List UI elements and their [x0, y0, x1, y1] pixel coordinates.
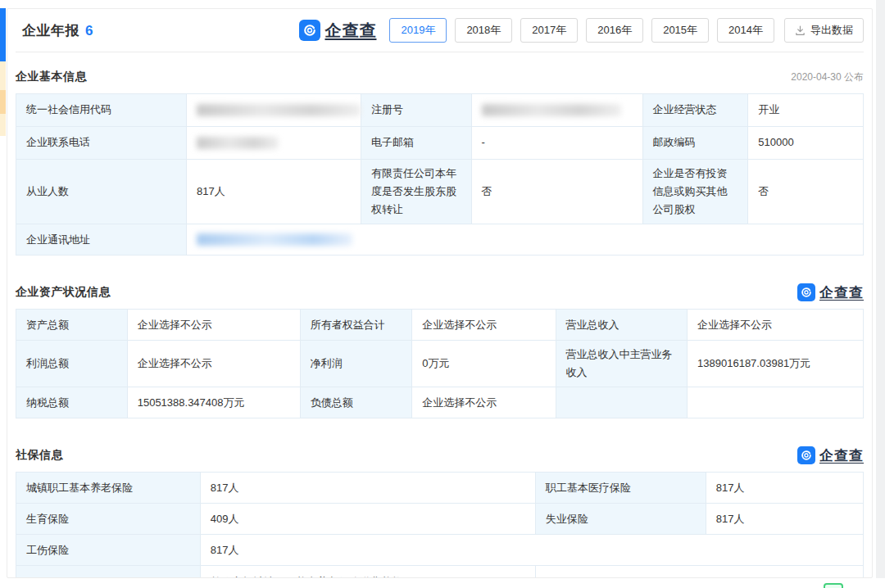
field-label: 所有者权益合计	[300, 310, 412, 341]
field-label: 职工基本医疗保险	[535, 473, 706, 504]
field-value	[688, 387, 864, 418]
field-label: 纳税总额	[16, 387, 128, 418]
field-value: 510000	[748, 127, 864, 160]
field-label: 利润总额	[16, 341, 128, 387]
field-label: 企业联系电话	[16, 127, 187, 160]
field-label: 电子邮箱	[361, 127, 471, 160]
field-label: 营业总收入中主营业务收入	[556, 341, 687, 387]
page-title: 企业年报6	[16, 21, 93, 40]
field-value: 企业选择不公示	[412, 387, 556, 418]
year-tab-2015[interactable]: 2015年	[651, 18, 709, 43]
field-value	[186, 94, 361, 127]
field-label: 净利润	[300, 341, 412, 387]
table-row: 城镇职工基本养老保险817人职工基本医疗保险817人	[16, 473, 864, 504]
field-value	[471, 94, 642, 127]
assets-table: 资产总额企业选择不公示所有者权益合计企业选择不公示营业总收入企业选择不公示利润总…	[16, 309, 864, 418]
basic-info-table: 统一社会信用代码注册号企业经营状态开业企业联系电话电子邮箱-邮政编码510000…	[16, 93, 864, 256]
qichacha-logo-icon	[797, 446, 815, 464]
year-tabs: 2019年2018年2017年2016年2015年2014年	[389, 18, 774, 43]
year-tab-2018[interactable]: 2018年	[455, 18, 512, 43]
publish-date: 2020-04-30 公布	[791, 70, 864, 84]
field-value: 409人	[200, 504, 535, 535]
section-assets: 企业资产状况信息 企查查 资产总额企业选择不公示所有者权益合计企业选择不公示营业…	[16, 283, 864, 418]
field-label: 企业经营状态	[642, 94, 748, 127]
field-value: 企业选择不公示	[127, 341, 300, 387]
left-edge-accent-cream	[0, 114, 6, 136]
redacted-value	[197, 104, 361, 116]
field-value: 15051388.347408万元	[127, 387, 300, 418]
field-label: 城镇职工基本养老保险	[16, 473, 201, 504]
scrollbar[interactable]	[876, 0, 885, 578]
section-title: 社保信息	[16, 448, 63, 463]
field-value: 单位参加城镇职工基本养老保险缴费基数	[200, 566, 535, 578]
field-label: 营业总收入	[556, 310, 687, 341]
left-edge-accent-blue	[0, 8, 6, 61]
left-edge-accent-orange	[0, 90, 6, 114]
field-label: 企业是否有投资信息或购买其他公司股权	[642, 160, 748, 224]
field-value: 企业选择不公示	[688, 310, 864, 341]
field-value	[186, 127, 361, 160]
field-value: -	[471, 127, 642, 160]
field-value: 817人	[200, 473, 535, 504]
table-row: 生育保险409人失业保险817人	[16, 504, 864, 535]
annual-report-card: 企业年报6 企查查 2019年2018年2017年2016年2015年2014年…	[7, 8, 873, 578]
table-row: 从业人数817人有限责任公司本年度是否发生股东股权转让否企业是否有投资信息或购买…	[16, 160, 864, 224]
field-value: 1389016187.03981万元	[688, 341, 864, 387]
year-tab-2017[interactable]: 2017年	[520, 18, 578, 43]
field-label	[16, 566, 201, 578]
floating-widget[interactable]	[824, 583, 843, 588]
qichacha-logo-icon	[797, 283, 815, 301]
field-label: 注册号	[361, 94, 471, 127]
field-label: 统一社会信用代码	[16, 94, 187, 127]
redacted-value	[197, 233, 352, 246]
field-label: 生育保险	[16, 504, 201, 535]
field-label: 资产总额	[16, 310, 128, 341]
download-icon	[795, 25, 806, 36]
report-header: 企业年报6 企查查 2019年2018年2017年2016年2015年2014年…	[16, 9, 864, 52]
qichacha-watermark: 企查查	[797, 446, 864, 465]
year-tab-2014[interactable]: 2014年	[717, 18, 774, 43]
year-tab-2016[interactable]: 2016年	[586, 18, 643, 43]
field-value: 企业选择不公示	[412, 310, 556, 341]
field-value: 13593.64万元	[535, 566, 863, 578]
table-row: 企业通讯地址	[16, 224, 864, 256]
left-edge-accent-cream	[0, 61, 6, 90]
table-row: 利润总额企业选择不公示净利润0万元营业总收入中主营业务收入1389016187.…	[16, 341, 864, 387]
table-row: 资产总额企业选择不公示所有者权益合计企业选择不公示营业总收入企业选择不公示	[16, 310, 864, 341]
field-value: 否	[748, 160, 864, 224]
table-row: 单位参加城镇职工基本养老保险缴费基数13593.64万元	[16, 566, 864, 578]
table-row: 工伤保险817人	[16, 535, 864, 566]
field-label	[556, 387, 687, 418]
field-value: 企业选择不公示	[127, 310, 300, 341]
field-label: 负债总额	[300, 387, 412, 418]
field-label: 有限责任公司本年度是否发生股东股权转让	[361, 160, 471, 224]
qichacha-logo-icon	[299, 20, 320, 41]
section-title: 企业基本信息	[16, 70, 87, 84]
field-label: 邮政编码	[642, 127, 748, 160]
field-value: 817人	[186, 160, 361, 224]
field-label: 失业保险	[535, 504, 706, 535]
section-title: 企业资产状况信息	[16, 285, 111, 300]
field-label: 从业人数	[16, 160, 187, 224]
brand-name: 企查查	[819, 283, 864, 302]
field-value: 817人	[200, 535, 863, 566]
field-label: 工伤保险	[16, 535, 201, 566]
redacted-value	[197, 137, 279, 149]
field-value	[186, 224, 863, 256]
table-row: 企业联系电话电子邮箱-邮政编码510000	[16, 127, 864, 160]
report-count-badge: 6	[85, 23, 93, 38]
field-value: 0万元	[412, 341, 556, 387]
field-value: 否	[471, 160, 642, 224]
section-social-security: 社保信息 企查查 城镇职工基本养老保险817人职工基本医疗保险817人生育保险4…	[16, 446, 864, 578]
year-tab-2019[interactable]: 2019年	[389, 18, 447, 43]
field-label: 企业通讯地址	[16, 224, 187, 256]
qichacha-logo: 企查查	[299, 20, 376, 42]
field-value: 817人	[706, 504, 863, 535]
section-basic-info: 企业基本信息 2020-04-30 公布 统一社会信用代码注册号企业经营状态开业…	[16, 67, 864, 256]
brand-name: 企查查	[819, 446, 864, 465]
export-data-button[interactable]: 导出数据	[784, 18, 864, 43]
redacted-value	[482, 104, 621, 116]
brand-name: 企查查	[324, 20, 376, 42]
qichacha-watermark: 企查查	[797, 283, 864, 302]
social-security-table: 城镇职工基本养老保险817人职工基本医疗保险817人生育保险409人失业保险81…	[16, 472, 864, 578]
